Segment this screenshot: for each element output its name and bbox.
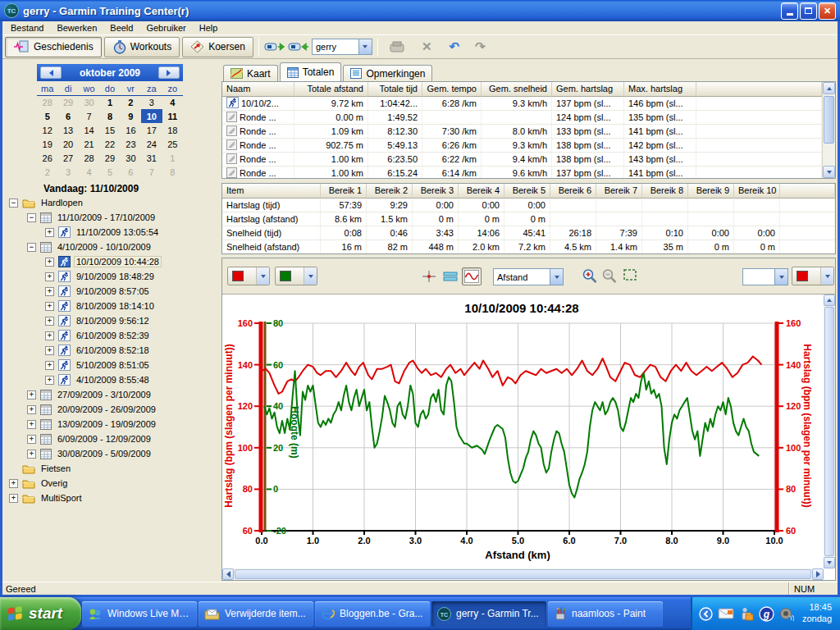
right-axis-color-button[interactable] xyxy=(792,267,834,285)
restore-button[interactable] xyxy=(800,2,817,20)
scrollbar-thumb[interactable] xyxy=(824,96,834,144)
tree-item[interactable]: −4/10/2009 - 10/10/2009 xyxy=(4,240,217,254)
taskbar-button[interactable]: TCgerry - Garmin Tr... xyxy=(431,601,546,627)
scroll-down-icon[interactable] xyxy=(823,166,835,178)
tree-item[interactable]: +6/10/2009 8:52:39 xyxy=(4,328,217,343)
scrollbar-thumb[interactable] xyxy=(235,569,811,579)
calendar-day[interactable]: 24 xyxy=(141,137,162,151)
start-button[interactable]: start xyxy=(0,597,81,630)
calendar-day[interactable]: 7 xyxy=(141,165,162,179)
calendar-day[interactable]: 12 xyxy=(37,123,57,137)
zoom-fit-icon[interactable] xyxy=(623,268,637,281)
expand-icon[interactable]: + xyxy=(45,346,54,355)
menu-bewerken[interactable]: Bewerken xyxy=(50,22,103,34)
column-header[interactable]: Naam xyxy=(222,82,294,97)
tree-item[interactable]: +30/08/2009 - 5/09/2009 xyxy=(4,446,217,461)
taskbar-button[interactable]: Windows Live Me... xyxy=(82,601,197,627)
expand-icon[interactable]: + xyxy=(45,317,54,326)
column-header[interactable]: Item xyxy=(222,184,321,199)
tree-item[interactable]: +4/10/2009 8:55:48 xyxy=(4,372,217,387)
column-header[interactable]: Bereik 9 xyxy=(688,184,734,199)
calendar-day[interactable]: 15 xyxy=(99,123,120,137)
calendar-day[interactable]: 17 xyxy=(141,123,162,137)
tab-kaart[interactable]: Kaart xyxy=(223,65,278,81)
table-row[interactable]: 10/10/2...9.72 km1:04:42...6:28 /km9.3 k… xyxy=(222,97,822,111)
calendar-day[interactable]: 16 xyxy=(121,123,141,137)
calendar-day[interactable]: 29 xyxy=(57,95,78,109)
scroll-right-icon[interactable] xyxy=(812,568,824,580)
expand-icon[interactable]: + xyxy=(27,435,36,444)
calendar-day[interactable]: 2 xyxy=(37,165,57,179)
tree-item[interactable]: +6/10/2009 8:52:18 xyxy=(4,343,217,358)
files-icon[interactable] xyxy=(739,607,754,621)
expand-icon[interactable]: + xyxy=(45,272,54,281)
table-row[interactable]: Ronde ...1.00 km6:15.246:14 /km9.6 km/h1… xyxy=(222,167,822,178)
expand-icon[interactable]: + xyxy=(45,302,54,311)
column-header[interactable]: Totale tijd xyxy=(368,82,422,97)
calendar-day[interactable]: 28 xyxy=(79,151,99,165)
chevron-down-icon[interactable] xyxy=(304,267,317,285)
chevron-down-icon[interactable] xyxy=(358,39,372,54)
calendar-day[interactable]: 19 xyxy=(37,137,57,151)
table-row[interactable]: Hartslag (afstand)8.6 km1.5 km0 m0 m0 m xyxy=(222,212,835,226)
calendar-day[interactable]: 31 xyxy=(141,151,162,165)
expand-icon[interactable]: + xyxy=(27,450,36,459)
calendar-day[interactable]: 1 xyxy=(162,151,183,165)
calendar-day[interactable]: 8 xyxy=(162,165,183,179)
tree-item[interactable]: +8/10/2009 9:56:12 xyxy=(4,313,217,328)
collapse-icon[interactable]: − xyxy=(9,199,18,208)
taskbar-button[interactable]: naamloos - Paint xyxy=(548,601,663,627)
expand-icon[interactable]: + xyxy=(9,494,18,503)
calendar-day[interactable]: 25 xyxy=(162,137,183,151)
tree-item[interactable]: Fietsen xyxy=(4,461,217,476)
user-select[interactable]: gerry xyxy=(312,39,372,55)
send-to-device-icon[interactable] xyxy=(264,41,285,52)
column-header[interactable]: Bereik 1 xyxy=(321,184,367,199)
calendar-next-button[interactable] xyxy=(158,66,180,79)
mail-icon[interactable] xyxy=(718,608,734,619)
table-row[interactable]: Ronde ...1.09 km8:12.307:30 /km8.0 km/h1… xyxy=(222,125,822,139)
tree-item[interactable]: +13/09/2009 - 19/09/2009 xyxy=(4,417,217,431)
calendar-day[interactable]: 29 xyxy=(99,151,120,165)
tree-item[interactable]: +9/10/2009 18:48:29 xyxy=(4,269,217,284)
collapse-chevron-icon[interactable] xyxy=(699,607,713,621)
chevron-down-icon[interactable] xyxy=(256,267,269,285)
tree-item[interactable]: +20/09/2009 - 26/09/2009 xyxy=(4,402,217,417)
collapse-icon[interactable]: − xyxy=(27,243,36,252)
expand-icon[interactable]: + xyxy=(45,376,54,385)
calendar-day[interactable]: 5 xyxy=(37,109,57,123)
menu-gebruiker[interactable]: Gebruiker xyxy=(139,22,192,34)
x-axis-select[interactable]: Afstand xyxy=(493,268,564,285)
calendar-day[interactable]: 9 xyxy=(121,109,141,123)
column-header[interactable]: Gem. snelheid xyxy=(482,82,552,97)
table-row[interactable]: Snelheid (afstand)16 m82 m448 m2.0 km7.2… xyxy=(222,240,835,253)
column-header[interactable]: Bereik 3 xyxy=(413,184,459,199)
calendar-day[interactable]: 14 xyxy=(79,123,99,137)
history-button[interactable]: Geschiedenis xyxy=(5,37,102,57)
g-badge-icon[interactable]: g xyxy=(759,606,774,622)
column-header[interactable]: Gem. tempo xyxy=(422,82,482,97)
courses-button[interactable]: Koersen xyxy=(182,37,253,57)
calendar-day[interactable]: 20 xyxy=(57,137,78,151)
extra-select[interactable] xyxy=(742,268,788,285)
taskbar-button[interactable]: Verwijderde item... xyxy=(199,601,313,627)
column-header[interactable]: Gem. hartslag xyxy=(552,82,624,97)
table-row[interactable]: Ronde ...0.00 m1:49.52124 bpm (sl...135 … xyxy=(222,111,822,125)
calendar-day[interactable]: 6 xyxy=(57,109,78,123)
calendar-day[interactable]: 2 xyxy=(121,95,141,109)
totals-table-scrollbar[interactable] xyxy=(822,82,835,178)
tab-opmerkingen[interactable]: Opmerkingen xyxy=(343,65,432,81)
calendar-day[interactable]: 30 xyxy=(121,151,141,165)
column-header[interactable]: Bereik 7 xyxy=(596,184,642,199)
tree-item[interactable]: +9/10/2009 8:57:05 xyxy=(4,284,217,299)
workouts-button[interactable]: Workouts xyxy=(104,37,180,57)
volume-icon[interactable] xyxy=(779,607,794,621)
expand-icon[interactable]: + xyxy=(45,228,54,237)
chevron-down-icon[interactable] xyxy=(774,269,788,285)
calendar-day[interactable]: 21 xyxy=(79,137,99,151)
scroll-down-icon[interactable] xyxy=(824,557,835,568)
delete-icon[interactable]: ✕ xyxy=(422,39,432,54)
calendar-day[interactable]: 23 xyxy=(121,137,141,151)
column-header[interactable]: Max. hartslag xyxy=(624,82,696,97)
column-header[interactable]: Bereik 6 xyxy=(550,184,596,199)
